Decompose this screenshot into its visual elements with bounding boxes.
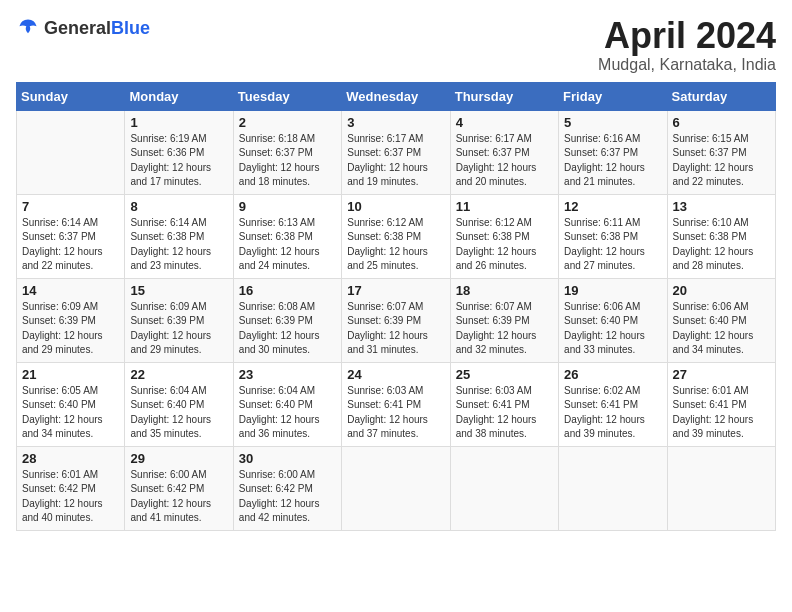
calendar-cell	[667, 446, 775, 530]
day-number: 2	[239, 115, 336, 130]
day-number: 13	[673, 199, 770, 214]
day-info: Sunrise: 6:12 AMSunset: 6:38 PMDaylight:…	[456, 216, 553, 274]
month-title: April 2024	[598, 16, 776, 56]
day-number: 10	[347, 199, 444, 214]
calendar-cell: 3Sunrise: 6:17 AMSunset: 6:37 PMDaylight…	[342, 110, 450, 194]
day-info: Sunrise: 6:07 AMSunset: 6:39 PMDaylight:…	[347, 300, 444, 358]
calendar-week-row: 28Sunrise: 6:01 AMSunset: 6:42 PMDayligh…	[17, 446, 776, 530]
calendar-week-row: 7Sunrise: 6:14 AMSunset: 6:37 PMDaylight…	[17, 194, 776, 278]
day-info: Sunrise: 6:06 AMSunset: 6:40 PMDaylight:…	[673, 300, 770, 358]
day-number: 9	[239, 199, 336, 214]
calendar-cell	[450, 446, 558, 530]
day-number: 8	[130, 199, 227, 214]
column-header-saturday: Saturday	[667, 82, 775, 110]
day-info: Sunrise: 6:03 AMSunset: 6:41 PMDaylight:…	[347, 384, 444, 442]
day-info: Sunrise: 6:09 AMSunset: 6:39 PMDaylight:…	[22, 300, 119, 358]
column-header-thursday: Thursday	[450, 82, 558, 110]
day-info: Sunrise: 6:05 AMSunset: 6:40 PMDaylight:…	[22, 384, 119, 442]
day-info: Sunrise: 6:09 AMSunset: 6:39 PMDaylight:…	[130, 300, 227, 358]
day-info: Sunrise: 6:04 AMSunset: 6:40 PMDaylight:…	[239, 384, 336, 442]
day-info: Sunrise: 6:01 AMSunset: 6:41 PMDaylight:…	[673, 384, 770, 442]
logo-general: GeneralBlue	[44, 19, 150, 38]
logo: GeneralBlue	[16, 16, 150, 40]
day-info: Sunrise: 6:14 AMSunset: 6:37 PMDaylight:…	[22, 216, 119, 274]
day-number: 7	[22, 199, 119, 214]
day-info: Sunrise: 6:04 AMSunset: 6:40 PMDaylight:…	[130, 384, 227, 442]
calendar-cell: 21Sunrise: 6:05 AMSunset: 6:40 PMDayligh…	[17, 362, 125, 446]
column-header-sunday: Sunday	[17, 82, 125, 110]
page-header: GeneralBlue April 2024 Mudgal, Karnataka…	[16, 16, 776, 74]
calendar-cell: 15Sunrise: 6:09 AMSunset: 6:39 PMDayligh…	[125, 278, 233, 362]
column-header-monday: Monday	[125, 82, 233, 110]
calendar-cell: 28Sunrise: 6:01 AMSunset: 6:42 PMDayligh…	[17, 446, 125, 530]
day-number: 11	[456, 199, 553, 214]
column-header-tuesday: Tuesday	[233, 82, 341, 110]
day-number: 23	[239, 367, 336, 382]
calendar-cell: 8Sunrise: 6:14 AMSunset: 6:38 PMDaylight…	[125, 194, 233, 278]
day-info: Sunrise: 6:03 AMSunset: 6:41 PMDaylight:…	[456, 384, 553, 442]
day-number: 4	[456, 115, 553, 130]
calendar-cell: 9Sunrise: 6:13 AMSunset: 6:38 PMDaylight…	[233, 194, 341, 278]
day-info: Sunrise: 6:00 AMSunset: 6:42 PMDaylight:…	[239, 468, 336, 526]
day-number: 27	[673, 367, 770, 382]
day-info: Sunrise: 6:12 AMSunset: 6:38 PMDaylight:…	[347, 216, 444, 274]
calendar-cell: 7Sunrise: 6:14 AMSunset: 6:37 PMDaylight…	[17, 194, 125, 278]
column-header-wednesday: Wednesday	[342, 82, 450, 110]
day-info: Sunrise: 6:08 AMSunset: 6:39 PMDaylight:…	[239, 300, 336, 358]
calendar-cell	[342, 446, 450, 530]
calendar-cell: 20Sunrise: 6:06 AMSunset: 6:40 PMDayligh…	[667, 278, 775, 362]
day-number: 24	[347, 367, 444, 382]
calendar-cell: 22Sunrise: 6:04 AMSunset: 6:40 PMDayligh…	[125, 362, 233, 446]
calendar-cell: 12Sunrise: 6:11 AMSunset: 6:38 PMDayligh…	[559, 194, 667, 278]
day-number: 6	[673, 115, 770, 130]
day-number: 28	[22, 451, 119, 466]
logo-icon	[16, 16, 40, 40]
day-info: Sunrise: 6:15 AMSunset: 6:37 PMDaylight:…	[673, 132, 770, 190]
calendar-week-row: 21Sunrise: 6:05 AMSunset: 6:40 PMDayligh…	[17, 362, 776, 446]
day-info: Sunrise: 6:02 AMSunset: 6:41 PMDaylight:…	[564, 384, 661, 442]
calendar-cell: 16Sunrise: 6:08 AMSunset: 6:39 PMDayligh…	[233, 278, 341, 362]
day-number: 15	[130, 283, 227, 298]
calendar-cell: 30Sunrise: 6:00 AMSunset: 6:42 PMDayligh…	[233, 446, 341, 530]
calendar-week-row: 14Sunrise: 6:09 AMSunset: 6:39 PMDayligh…	[17, 278, 776, 362]
day-info: Sunrise: 6:19 AMSunset: 6:36 PMDaylight:…	[130, 132, 227, 190]
day-info: Sunrise: 6:06 AMSunset: 6:40 PMDaylight:…	[564, 300, 661, 358]
calendar-cell: 6Sunrise: 6:15 AMSunset: 6:37 PMDaylight…	[667, 110, 775, 194]
location-title: Mudgal, Karnataka, India	[598, 56, 776, 74]
day-number: 29	[130, 451, 227, 466]
day-number: 12	[564, 199, 661, 214]
calendar-cell: 11Sunrise: 6:12 AMSunset: 6:38 PMDayligh…	[450, 194, 558, 278]
calendar-cell: 4Sunrise: 6:17 AMSunset: 6:37 PMDaylight…	[450, 110, 558, 194]
calendar-cell: 23Sunrise: 6:04 AMSunset: 6:40 PMDayligh…	[233, 362, 341, 446]
day-number: 21	[22, 367, 119, 382]
day-number: 22	[130, 367, 227, 382]
day-number: 26	[564, 367, 661, 382]
calendar-cell: 14Sunrise: 6:09 AMSunset: 6:39 PMDayligh…	[17, 278, 125, 362]
calendar-cell: 19Sunrise: 6:06 AMSunset: 6:40 PMDayligh…	[559, 278, 667, 362]
day-number: 18	[456, 283, 553, 298]
calendar-cell: 18Sunrise: 6:07 AMSunset: 6:39 PMDayligh…	[450, 278, 558, 362]
calendar-table: SundayMondayTuesdayWednesdayThursdayFrid…	[16, 82, 776, 531]
calendar-cell	[559, 446, 667, 530]
title-section: April 2024 Mudgal, Karnataka, India	[598, 16, 776, 74]
column-header-friday: Friday	[559, 82, 667, 110]
calendar-cell: 29Sunrise: 6:00 AMSunset: 6:42 PMDayligh…	[125, 446, 233, 530]
day-number: 14	[22, 283, 119, 298]
day-number: 19	[564, 283, 661, 298]
day-info: Sunrise: 6:16 AMSunset: 6:37 PMDaylight:…	[564, 132, 661, 190]
calendar-header-row: SundayMondayTuesdayWednesdayThursdayFrid…	[17, 82, 776, 110]
day-info: Sunrise: 6:18 AMSunset: 6:37 PMDaylight:…	[239, 132, 336, 190]
calendar-week-row: 1Sunrise: 6:19 AMSunset: 6:36 PMDaylight…	[17, 110, 776, 194]
day-info: Sunrise: 6:13 AMSunset: 6:38 PMDaylight:…	[239, 216, 336, 274]
day-info: Sunrise: 6:00 AMSunset: 6:42 PMDaylight:…	[130, 468, 227, 526]
day-number: 20	[673, 283, 770, 298]
day-info: Sunrise: 6:17 AMSunset: 6:37 PMDaylight:…	[347, 132, 444, 190]
day-info: Sunrise: 6:10 AMSunset: 6:38 PMDaylight:…	[673, 216, 770, 274]
day-info: Sunrise: 6:14 AMSunset: 6:38 PMDaylight:…	[130, 216, 227, 274]
day-info: Sunrise: 6:17 AMSunset: 6:37 PMDaylight:…	[456, 132, 553, 190]
calendar-cell: 2Sunrise: 6:18 AMSunset: 6:37 PMDaylight…	[233, 110, 341, 194]
calendar-cell: 10Sunrise: 6:12 AMSunset: 6:38 PMDayligh…	[342, 194, 450, 278]
day-number: 3	[347, 115, 444, 130]
calendar-cell: 24Sunrise: 6:03 AMSunset: 6:41 PMDayligh…	[342, 362, 450, 446]
calendar-cell: 17Sunrise: 6:07 AMSunset: 6:39 PMDayligh…	[342, 278, 450, 362]
